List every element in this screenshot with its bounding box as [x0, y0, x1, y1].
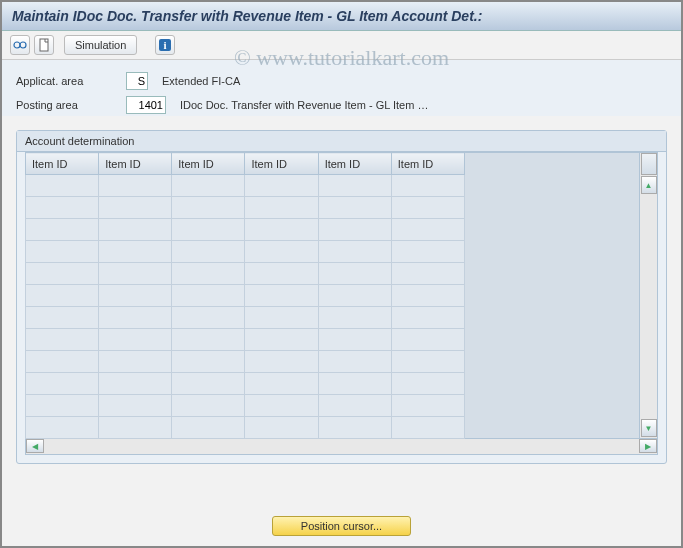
table-cell[interactable] [99, 219, 172, 241]
scroll-down-icon[interactable]: ▼ [641, 419, 657, 437]
table-cell[interactable] [26, 307, 99, 329]
posting-area-input[interactable] [126, 96, 166, 114]
scroll-left-icon[interactable]: ◀ [26, 439, 44, 453]
table-column-header[interactable]: Item ID [245, 153, 318, 175]
table-cell[interactable] [318, 351, 391, 373]
table-cell[interactable] [318, 219, 391, 241]
table-cell[interactable] [26, 373, 99, 395]
info-icon[interactable]: i [155, 35, 175, 55]
table-cell[interactable] [99, 175, 172, 197]
table-cell[interactable] [318, 307, 391, 329]
table-column-header[interactable]: Item ID [172, 153, 245, 175]
table-cell[interactable] [26, 219, 99, 241]
table-cell[interactable] [391, 307, 464, 329]
table-cell[interactable] [245, 373, 318, 395]
table-cell[interactable] [245, 263, 318, 285]
table-cell[interactable] [99, 307, 172, 329]
table-column-header[interactable]: Item ID [26, 153, 99, 175]
table-cell[interactable] [172, 395, 245, 417]
table-column-header[interactable]: Item ID [318, 153, 391, 175]
hscroll-track[interactable] [44, 439, 639, 454]
table-cell[interactable] [318, 263, 391, 285]
table-cell[interactable] [245, 285, 318, 307]
table-cell[interactable] [391, 241, 464, 263]
table-cell[interactable] [99, 329, 172, 351]
applicat-area-input[interactable] [126, 72, 148, 90]
table-cell[interactable] [26, 241, 99, 263]
table-cell[interactable] [391, 329, 464, 351]
table-cell[interactable] [172, 351, 245, 373]
table-cell[interactable] [99, 285, 172, 307]
posting-area-row: Posting area IDoc Doc. Transfer with Rev… [16, 94, 667, 116]
table-cell[interactable] [172, 417, 245, 439]
table-cell[interactable] [318, 417, 391, 439]
table-cell[interactable] [391, 263, 464, 285]
table-cell[interactable] [172, 307, 245, 329]
table-cell[interactable] [26, 395, 99, 417]
scroll-right-icon[interactable]: ▶ [639, 439, 657, 453]
table-cell[interactable] [99, 395, 172, 417]
table-cell[interactable] [172, 175, 245, 197]
table-cell[interactable] [318, 395, 391, 417]
table-cell[interactable] [26, 351, 99, 373]
table-cell[interactable] [318, 197, 391, 219]
table-cell[interactable] [99, 373, 172, 395]
table-cell[interactable] [245, 175, 318, 197]
table-column-header[interactable]: Item ID [391, 153, 464, 175]
vertical-scrollbar[interactable]: ▲ ▼ [640, 152, 658, 439]
scroll-up-icon[interactable]: ▲ [641, 176, 657, 194]
position-cursor-button[interactable]: Position cursor... [272, 516, 411, 536]
table-cell[interactable] [99, 263, 172, 285]
table-row [26, 351, 465, 373]
table-cell[interactable] [391, 417, 464, 439]
table-cell[interactable] [391, 175, 464, 197]
new-page-icon[interactable] [34, 35, 54, 55]
table-cell[interactable] [172, 285, 245, 307]
table-cell[interactable] [172, 263, 245, 285]
applicat-area-row: Applicat. area Extended FI-CA [16, 70, 667, 92]
table-cell[interactable] [391, 219, 464, 241]
simulation-button[interactable]: Simulation [64, 35, 137, 55]
toolbar: Simulation i [2, 31, 681, 60]
table-cell[interactable] [99, 417, 172, 439]
table-cell[interactable] [318, 329, 391, 351]
table-cell[interactable] [245, 241, 318, 263]
table-cell[interactable] [318, 373, 391, 395]
applicat-area-label: Applicat. area [16, 75, 126, 87]
table-cell[interactable] [172, 197, 245, 219]
table-cell[interactable] [391, 285, 464, 307]
table-cell[interactable] [26, 263, 99, 285]
table-cell[interactable] [172, 329, 245, 351]
table-cell[interactable] [245, 417, 318, 439]
table-cell[interactable] [318, 241, 391, 263]
table-cell[interactable] [172, 373, 245, 395]
table-cell[interactable] [26, 417, 99, 439]
table-cell[interactable] [245, 307, 318, 329]
table-cell[interactable] [26, 329, 99, 351]
table-cell[interactable] [99, 351, 172, 373]
table-cell[interactable] [391, 351, 464, 373]
table-cell[interactable] [172, 219, 245, 241]
table-cell[interactable] [391, 373, 464, 395]
table-column-header[interactable]: Item ID [99, 153, 172, 175]
posting-area-desc: IDoc Doc. Transfer with Revenue Item - G… [176, 99, 428, 111]
table-cell[interactable] [245, 395, 318, 417]
table-cell[interactable] [245, 329, 318, 351]
table-cell[interactable] [318, 285, 391, 307]
table-cell[interactable] [245, 351, 318, 373]
table-row [26, 373, 465, 395]
table-cell[interactable] [245, 197, 318, 219]
table-cell[interactable] [245, 219, 318, 241]
table-cell[interactable] [318, 175, 391, 197]
table-cell[interactable] [172, 241, 245, 263]
table-cell[interactable] [26, 197, 99, 219]
table-row [26, 417, 465, 439]
table-cell[interactable] [99, 241, 172, 263]
table-cell[interactable] [391, 395, 464, 417]
table-cell[interactable] [391, 197, 464, 219]
table-cell[interactable] [26, 175, 99, 197]
horizontal-scrollbar[interactable]: ◀ ▶ [25, 439, 658, 455]
table-cell[interactable] [99, 197, 172, 219]
glasses-icon[interactable] [10, 35, 30, 55]
table-cell[interactable] [26, 285, 99, 307]
